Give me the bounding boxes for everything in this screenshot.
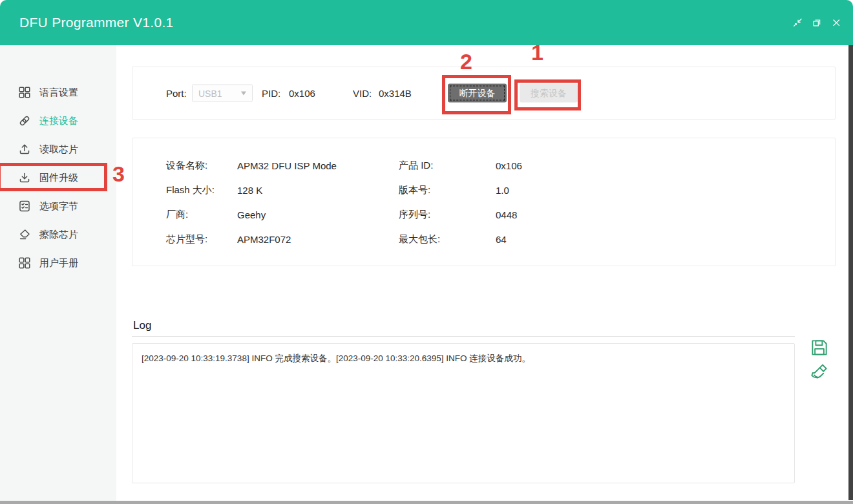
annotation-box-step1 — [514, 79, 581, 110]
version-label: 版本号: — [399, 184, 496, 196]
sidebar-item-label: 语言设置 — [39, 87, 78, 99]
serial-value: 0448 — [496, 209, 835, 220]
annotation-number-2: 2 — [460, 49, 472, 74]
log-box: [2023-09-20 10:33:19.3738] INFO 完成搜索设备。[… — [132, 343, 795, 483]
sidebar-item-label: 连接设备 — [39, 115, 78, 127]
grid-icon — [18, 86, 31, 99]
log-divider — [132, 336, 795, 337]
pid-label: PID: — [262, 88, 280, 99]
serial-label: 序列号: — [399, 209, 496, 221]
sidebar-item-connect-device[interactable]: 连接设备 — [0, 107, 116, 135]
sidebar-item-read-chip[interactable]: 读取芯片 — [0, 135, 116, 163]
device-info-panel: 设备名称: APM32 DFU ISP Mode 产品 ID: 0x106 Fl… — [132, 138, 836, 266]
eraser-icon — [18, 228, 31, 241]
close-icon[interactable] — [831, 17, 841, 28]
minimize-icon[interactable] — [792, 17, 803, 28]
max-packet-label: 最大包长: — [399, 233, 496, 246]
vendor-label: 厂商: — [166, 209, 237, 221]
upload-icon — [18, 143, 31, 156]
annotation-box-step3 — [0, 163, 107, 191]
sidebar-item-label: 擦除芯片 — [39, 229, 78, 241]
version-value: 1.0 — [496, 185, 835, 196]
checklist-icon — [18, 200, 31, 213]
link-icon — [18, 114, 31, 127]
app-window: DFU Programmer V1.0.1 语言设置 — [0, 0, 853, 504]
save-log-icon[interactable] — [810, 338, 829, 357]
sidebar-item-erase-chip[interactable]: 擦除芯片 — [0, 220, 116, 249]
chip-model-value: APM32F072 — [237, 234, 399, 245]
log-title: Log — [133, 319, 151, 332]
grid-icon — [18, 257, 31, 269]
product-id-value: 0x106 — [496, 160, 835, 171]
sidebar-item-language-settings[interactable]: 语言设置 — [0, 78, 116, 107]
sidebar-item-label: 选项字节 — [39, 200, 78, 213]
clear-log-icon[interactable] — [810, 362, 829, 382]
vid-label: VID: — [353, 88, 372, 99]
sidebar-item-label: 读取芯片 — [39, 143, 78, 156]
annotation-number-3: 3 — [112, 162, 125, 187]
sidebar: 语言设置 连接设备 读取芯片 固件升级 — [0, 45, 116, 504]
port-select-value: USB1 — [198, 88, 222, 98]
sidebar-item-option-bytes[interactable]: 选项字节 — [0, 192, 116, 220]
window-title: DFU Programmer V1.0.1 — [19, 0, 174, 45]
chevron-down-icon — [241, 91, 246, 95]
annotation-number-1: 1 — [531, 40, 543, 65]
device-name-label: 设备名称: — [166, 160, 237, 172]
sidebar-item-label: 用户手册 — [39, 257, 78, 269]
product-id-label: 产品 ID: — [399, 160, 496, 172]
window-controls — [792, 0, 841, 45]
chip-model-label: 芯片型号: — [166, 233, 237, 246]
window-bottom-edge — [0, 501, 853, 504]
annotation-box-step2 — [442, 75, 511, 114]
device-name-value: APM32 DFU ISP Mode — [237, 160, 399, 171]
sidebar-item-user-manual[interactable]: 用户手册 — [0, 249, 116, 277]
pid-value: 0x106 — [289, 88, 315, 99]
background-window-edge — [848, 45, 853, 500]
port-label: Port: — [166, 88, 187, 99]
max-packet-value: 64 — [496, 234, 835, 245]
vendor-value: Geehy — [237, 209, 399, 220]
log-content: [2023-09-20 10:33:19.3738] INFO 完成搜索设备。[… — [142, 353, 531, 363]
port-select[interactable]: USB1 — [192, 85, 253, 102]
title-bar: DFU Programmer V1.0.1 — [0, 0, 853, 45]
flash-size-value: 128 K — [237, 185, 399, 196]
vid-value: 0x314B — [379, 88, 412, 99]
flash-size-label: Flash 大小: — [166, 184, 237, 196]
restore-icon[interactable] — [812, 17, 822, 28]
